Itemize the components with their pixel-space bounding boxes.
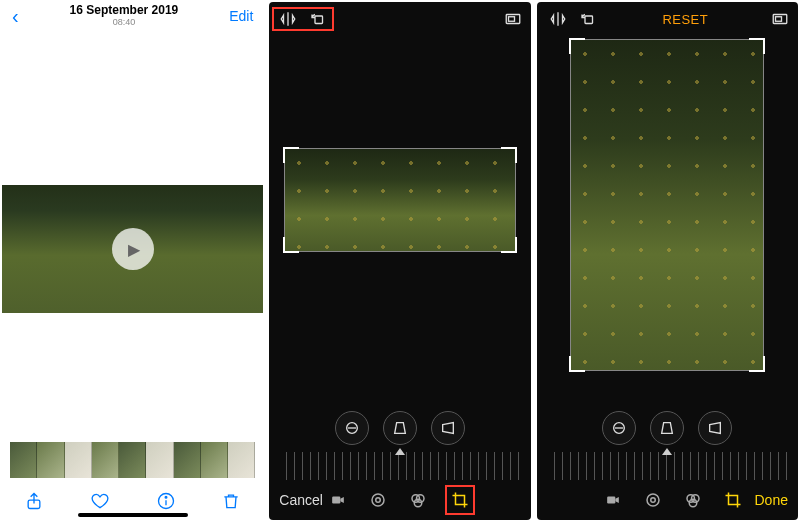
flip-icon[interactable] [279, 10, 297, 28]
crop-handle-br[interactable] [501, 237, 517, 253]
thumb[interactable] [37, 442, 64, 478]
thumb[interactable] [92, 442, 119, 478]
crop-handle-tl[interactable] [569, 38, 585, 54]
crop-handle-tl[interactable] [283, 147, 299, 163]
photos-viewer-screen: ‹ 16 September 2019 08:40 Edit [2, 2, 263, 520]
play-icon[interactable] [112, 228, 154, 270]
thumb[interactable] [228, 442, 255, 478]
svg-rect-17 [775, 17, 781, 22]
flip-rotate-group [545, 8, 601, 30]
adjust-mode-icon[interactable] [644, 491, 662, 509]
crop-mode-icon[interactable] [724, 491, 742, 509]
photo-body[interactable] [2, 30, 263, 520]
svg-rect-20 [607, 497, 615, 504]
flip-rotate-group-highlighted [272, 7, 334, 31]
rotate-icon[interactable] [579, 10, 597, 28]
photo-date: 16 September 2019 [70, 4, 179, 17]
svg-point-11 [376, 498, 381, 503]
adjust-mode-icon[interactable] [369, 491, 387, 509]
crop-mode-icon-highlighted[interactable] [449, 489, 471, 511]
edit-bottom-bar: Cancel [269, 480, 530, 520]
top-bar: ‹ 16 September 2019 08:40 Edit [2, 2, 263, 30]
adjust-buttons [537, 404, 798, 452]
svg-point-21 [647, 494, 659, 506]
crop-handle-br[interactable] [749, 356, 765, 372]
back-button[interactable]: ‹ [12, 5, 19, 28]
svg-point-22 [650, 498, 655, 503]
straighten-button[interactable] [335, 411, 369, 445]
title-block: 16 September 2019 08:40 [70, 4, 179, 27]
crop-handle-tr[interactable] [749, 38, 765, 54]
svg-point-25 [689, 499, 697, 507]
home-indicator [78, 513, 188, 517]
svg-rect-15 [585, 16, 593, 24]
crop-canvas[interactable] [537, 36, 798, 404]
horizontal-perspective-button[interactable] [431, 411, 465, 445]
cancel-button[interactable]: Cancel [279, 492, 323, 508]
thumb[interactable] [146, 442, 173, 478]
crop-handle-bl[interactable] [569, 356, 585, 372]
crop-frame[interactable] [571, 40, 763, 370]
image-content [571, 40, 763, 370]
thumb[interactable] [10, 442, 37, 478]
angle-ruler[interactable] [547, 452, 788, 480]
straighten-button[interactable] [602, 411, 636, 445]
done-button[interactable]: Done [755, 492, 788, 508]
edit-button[interactable]: Edit [229, 8, 253, 24]
filter-mode-icon[interactable] [684, 491, 702, 509]
edit-bottom-bar: Done [537, 480, 798, 520]
edit-crop-screen-landscape: Cancel [269, 2, 530, 520]
video-preview[interactable] [2, 185, 263, 313]
filter-mode-icon[interactable] [409, 491, 427, 509]
crop-top-bar: RESET [537, 2, 798, 36]
share-icon[interactable] [24, 491, 44, 511]
crop-handle-tr[interactable] [501, 147, 517, 163]
trash-icon[interactable] [221, 491, 241, 511]
horizontal-perspective-button[interactable] [698, 411, 732, 445]
svg-rect-9 [332, 497, 340, 504]
thumb[interactable] [174, 442, 201, 478]
thumb[interactable] [65, 442, 92, 478]
svg-rect-6 [508, 17, 514, 22]
thumb[interactable] [119, 442, 146, 478]
photo-time: 08:40 [70, 18, 179, 28]
crop-canvas[interactable] [269, 36, 530, 404]
reset-button[interactable]: RESET [662, 12, 708, 27]
svg-point-10 [372, 494, 384, 506]
rotate-icon[interactable] [309, 10, 327, 28]
video-mode-icon[interactable] [329, 493, 347, 507]
flip-icon[interactable] [549, 10, 567, 28]
edit-crop-screen-portrait: RESET [537, 2, 798, 520]
info-icon[interactable] [156, 491, 176, 511]
edit-mode-tabs [329, 489, 471, 511]
crop-frame[interactable] [285, 149, 515, 251]
image-content [285, 149, 515, 251]
crop-handle-bl[interactable] [283, 237, 299, 253]
filmstrip[interactable] [10, 442, 255, 478]
svg-rect-4 [315, 16, 323, 24]
video-mode-icon[interactable] [604, 493, 622, 507]
heart-icon[interactable] [89, 491, 111, 511]
angle-ruler[interactable] [279, 452, 520, 480]
aspect-icon[interactable] [770, 10, 790, 28]
vertical-perspective-button[interactable] [650, 411, 684, 445]
thumb[interactable] [201, 442, 228, 478]
aspect-icon[interactable] [503, 10, 523, 28]
crop-top-bar [269, 2, 530, 36]
svg-point-3 [165, 496, 167, 498]
svg-point-14 [414, 499, 422, 507]
adjust-buttons [269, 404, 530, 452]
edit-mode-tabs [604, 491, 742, 509]
vertical-perspective-button[interactable] [383, 411, 417, 445]
